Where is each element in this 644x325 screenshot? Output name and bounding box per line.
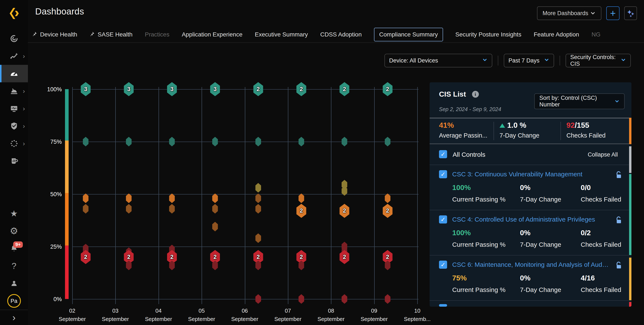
data-point-hexagon[interactable] (169, 204, 175, 213)
data-point-hexagon[interactable]: 2 (340, 250, 349, 264)
data-point-hexagon[interactable] (169, 193, 175, 203)
control-stat-value: 75% (452, 274, 467, 282)
data-point-hexagon[interactable]: 2 (81, 250, 90, 264)
trend-up-icon (500, 124, 505, 128)
data-point-hexagon[interactable] (255, 183, 261, 193)
data-point-hexagon[interactable] (126, 193, 132, 203)
control-stat-value: 4/16 (581, 274, 595, 282)
data-point-hexagon[interactable] (255, 294, 261, 304)
y-axis-tick: 0% (34, 296, 62, 303)
x-axis-tick: 08September (308, 307, 354, 323)
data-point-hexagon[interactable]: 2 (340, 82, 349, 96)
x-axis-tick: 05September (178, 307, 225, 323)
all-controls-row: ✓ All Controls Collapse All (430, 146, 632, 164)
x-axis-tick: 10Septemb... (394, 307, 441, 323)
panel-stats-row: 41%Average Passin...1.0 %7-Day Change92/… (430, 118, 632, 144)
gridline (115, 87, 116, 304)
data-point-hexagon[interactable]: 2 (296, 82, 306, 96)
data-point-hexagon[interactable] (298, 294, 304, 304)
unlock-icon (616, 171, 622, 179)
data-point-hexagon[interactable] (169, 137, 175, 147)
data-point-hexagon[interactable]: 2 (254, 82, 263, 96)
gridline (72, 194, 418, 194)
data-point-hexagon[interactable] (126, 137, 132, 147)
control-stat-value: 100% (452, 229, 471, 237)
all-controls-checkbox[interactable]: ✓ (439, 150, 447, 158)
data-point-hexagon[interactable] (385, 193, 390, 203)
y-axis-tick: 25% (34, 243, 62, 250)
control-stat-label: Current Passing % (452, 241, 506, 248)
control-checkbox[interactable]: ✓ (439, 215, 447, 223)
chevron-down-icon (614, 99, 620, 104)
x-axis-tick: 07September (264, 307, 311, 323)
data-point-label: 3 (170, 86, 174, 93)
data-point-hexagon[interactable] (212, 204, 218, 213)
data-point-hexagon[interactable] (83, 193, 89, 203)
data-point-hexagon[interactable] (212, 137, 218, 147)
control-stat-value: 0% (520, 183, 530, 192)
data-point-hexagon[interactable] (83, 137, 89, 147)
stat-checks-failed: 92/155Checks Failed (566, 121, 606, 139)
unlock-icon[interactable] (616, 261, 622, 270)
data-point-hexagon[interactable]: 3 (81, 82, 90, 96)
data-point-hexagon[interactable]: 3 (210, 82, 220, 96)
control-title-link[interactable]: CSC 4: Controlled Use of Administrative … (452, 216, 595, 223)
control-stat-value: 0% (520, 229, 530, 237)
data-point-hexagon[interactable] (342, 294, 347, 304)
unlock-icon[interactable] (616, 171, 622, 180)
data-point-hexagon[interactable] (342, 137, 347, 147)
data-point-hexagon[interactable]: 2 (383, 204, 392, 218)
data-point-hexagon[interactable] (255, 204, 261, 213)
data-point-hexagon[interactable] (126, 204, 132, 213)
data-point-hexagon[interactable]: 3 (167, 82, 177, 96)
control-checkbox[interactable] (439, 304, 447, 307)
data-point-hexagon[interactable] (385, 137, 390, 147)
data-point-hexagon[interactable] (255, 193, 261, 203)
x-axis-tick: 04September (135, 307, 182, 323)
data-point-hexagon[interactable]: 3 (124, 82, 134, 96)
all-controls-label: All Controls (453, 151, 485, 158)
data-point-label: 2 (170, 254, 174, 260)
control-stat-label: 7-Day Change (520, 196, 561, 203)
data-point-label: 2 (343, 86, 346, 93)
data-point-hexagon[interactable] (83, 204, 89, 213)
data-point-label: 2 (386, 86, 389, 93)
data-point-hexagon[interactable] (212, 222, 218, 231)
divider (430, 300, 629, 301)
data-point-label: 2 (300, 86, 303, 93)
collapse-all-button[interactable]: Collapse All (588, 151, 618, 158)
unlock-icon[interactable] (616, 216, 622, 225)
gridline (331, 87, 332, 304)
stat-separator (560, 122, 561, 140)
info-icon[interactable]: i (472, 91, 479, 98)
gridline (374, 87, 375, 304)
control-title-link[interactable]: CSC 3: Continuous Vulnerability Manageme… (452, 171, 582, 178)
control-checkbox[interactable]: ✓ (439, 170, 447, 178)
unlock-icon (616, 216, 622, 224)
control-stat-label: 7-Day Change (520, 286, 561, 293)
data-point-label: 2 (256, 254, 260, 260)
control-title-link[interactable]: CSC 6: Maintenance, Monitoring and Analy… (452, 261, 610, 268)
data-point-hexagon[interactable] (298, 193, 304, 203)
data-point-hexagon[interactable] (255, 137, 261, 147)
gridline (72, 87, 73, 304)
control-stat-label: 7-Day Change (520, 241, 561, 248)
control-stat-label: Checks Failed (581, 286, 621, 293)
sort-by-dropdown[interactable]: Sort by: Control (CSC) Number (534, 93, 624, 109)
gridline (245, 87, 245, 304)
y-axis-tick: 75% (34, 139, 62, 145)
data-point-label: 2 (386, 207, 389, 214)
data-point-label: 2 (127, 254, 130, 260)
x-axis-tick: 06September (222, 307, 268, 323)
data-point-hexagon[interactable] (212, 193, 218, 203)
data-point-hexagon[interactable] (385, 294, 390, 304)
control-stat-value: 100% (452, 183, 471, 192)
status-strip-segment (629, 258, 632, 300)
status-strip-segment[interactable] (629, 146, 632, 173)
data-point-hexagon[interactable] (255, 233, 261, 243)
data-point-hexagon[interactable]: 2 (340, 204, 349, 218)
control-checkbox[interactable]: ✓ (439, 261, 447, 269)
data-point-hexagon[interactable] (298, 137, 304, 147)
data-point-hexagon[interactable]: 2 (383, 82, 392, 96)
data-point-hexagon[interactable]: 2 (296, 204, 306, 218)
